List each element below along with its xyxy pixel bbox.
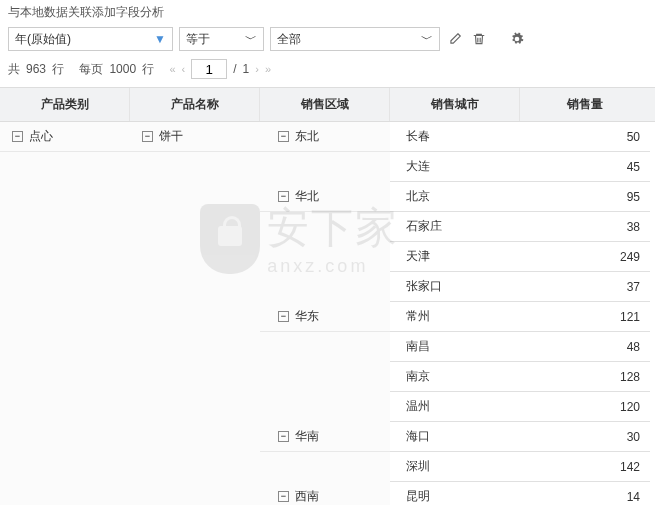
dropdown-icon: ﹀ bbox=[421, 31, 433, 48]
last-page-icon[interactable]: » bbox=[265, 63, 271, 75]
first-page-icon[interactable]: « bbox=[169, 63, 175, 75]
filter-field-value: 年(原始值) bbox=[15, 31, 71, 48]
region-blank bbox=[260, 392, 390, 422]
value-cell: 249 bbox=[520, 242, 650, 272]
value-cell: 121 bbox=[520, 302, 650, 332]
value-cell: 30 bbox=[520, 422, 650, 452]
region-label: 华南 bbox=[295, 428, 319, 445]
city-cell: 海口 bbox=[390, 422, 520, 452]
region-cell[interactable]: −华东 bbox=[260, 302, 390, 332]
page-input[interactable] bbox=[191, 59, 227, 79]
table-header: 产品类别 产品名称 销售区域 销售城市 销售量 bbox=[0, 88, 655, 122]
filter-value: 全部 bbox=[277, 31, 301, 48]
region-blank bbox=[260, 332, 390, 362]
region-cell[interactable]: −东北 bbox=[260, 122, 390, 152]
data-table: 产品类别 产品名称 销售区域 销售城市 销售量 −点心−饼干−东北−华北−华东−… bbox=[0, 87, 655, 505]
page-title: 与本地数据关联添加字段分析 bbox=[0, 0, 655, 25]
col-category: 产品类别 bbox=[0, 88, 130, 121]
city-cell: 昆明 bbox=[390, 482, 520, 505]
gear-icon[interactable] bbox=[508, 30, 526, 48]
value-cell: 45 bbox=[520, 152, 650, 182]
filter-op-select[interactable]: 等于 ﹀ bbox=[179, 27, 264, 51]
value-cell: 14 bbox=[520, 482, 650, 505]
col-product: 产品名称 bbox=[130, 88, 260, 121]
region-label: 西南 bbox=[295, 488, 319, 505]
perpage-prefix: 每页 bbox=[79, 61, 103, 78]
city-cell: 温州 bbox=[390, 392, 520, 422]
collapse-icon[interactable]: − bbox=[278, 431, 289, 442]
city-cell: 天津 bbox=[390, 242, 520, 272]
value-cell: 48 bbox=[520, 332, 650, 362]
region-cell[interactable]: −华南 bbox=[260, 422, 390, 452]
collapse-icon[interactable]: − bbox=[278, 131, 289, 142]
value-cell: 142 bbox=[520, 452, 650, 482]
product-cell[interactable]: −饼干 bbox=[130, 122, 260, 152]
collapse-icon[interactable]: − bbox=[278, 311, 289, 322]
total-suffix: 行 bbox=[52, 61, 64, 78]
value-cell: 37 bbox=[520, 272, 650, 302]
region-label: 华东 bbox=[295, 308, 319, 325]
collapse-icon[interactable]: − bbox=[278, 191, 289, 202]
region-blank bbox=[260, 212, 390, 242]
filter-op-value: 等于 bbox=[186, 31, 210, 48]
col-region: 销售区域 bbox=[260, 88, 390, 121]
collapse-icon[interactable]: − bbox=[12, 131, 23, 142]
city-cell: 常州 bbox=[390, 302, 520, 332]
city-cell: 南昌 bbox=[390, 332, 520, 362]
value-cell: 120 bbox=[520, 392, 650, 422]
pager: 共 963 行 每页 1000 行 « ‹ / 1 › » bbox=[0, 57, 655, 87]
page-sep: / bbox=[233, 62, 236, 76]
value-cell: 38 bbox=[520, 212, 650, 242]
collapse-icon[interactable]: − bbox=[142, 131, 153, 142]
region-cell[interactable]: −西南 bbox=[260, 482, 390, 505]
city-cell: 北京 bbox=[390, 182, 520, 212]
city-cell: 石家庄 bbox=[390, 212, 520, 242]
value-cell: 128 bbox=[520, 362, 650, 392]
filter-row: 年(原始值) ▼ 等于 ﹀ 全部 ﹀ bbox=[0, 25, 655, 57]
region-label: 华北 bbox=[295, 188, 319, 205]
value-cell: 95 bbox=[520, 182, 650, 212]
total-prefix: 共 bbox=[8, 61, 20, 78]
region-cell[interactable]: −华北 bbox=[260, 182, 390, 212]
total-count: 963 bbox=[26, 62, 46, 76]
edit-icon[interactable] bbox=[446, 30, 464, 48]
category-label: 点心 bbox=[29, 128, 53, 145]
city-cell: 张家口 bbox=[390, 272, 520, 302]
product-label: 饼干 bbox=[159, 128, 183, 145]
region-blank bbox=[260, 272, 390, 302]
city-cell: 南京 bbox=[390, 362, 520, 392]
delete-icon[interactable] bbox=[470, 30, 488, 48]
region-blank bbox=[260, 242, 390, 272]
region-blank bbox=[260, 362, 390, 392]
dropdown-icon: ▼ bbox=[154, 32, 166, 46]
region-label: 东北 bbox=[295, 128, 319, 145]
perpage-suffix: 行 bbox=[142, 61, 154, 78]
dropdown-icon: ﹀ bbox=[245, 31, 257, 48]
region-blank bbox=[260, 452, 390, 482]
region-blank bbox=[260, 152, 390, 182]
filter-value-select[interactable]: 全部 ﹀ bbox=[270, 27, 440, 51]
col-city: 销售城市 bbox=[390, 88, 520, 121]
filter-field-select[interactable]: 年(原始值) ▼ bbox=[8, 27, 173, 51]
prev-page-icon[interactable]: ‹ bbox=[182, 63, 186, 75]
perpage-count: 1000 bbox=[109, 62, 136, 76]
city-cell: 长春 bbox=[390, 122, 520, 152]
value-cell: 50 bbox=[520, 122, 650, 152]
city-cell: 大连 bbox=[390, 152, 520, 182]
page-total: 1 bbox=[243, 62, 250, 76]
col-value: 销售量 bbox=[520, 88, 650, 121]
category-cell[interactable]: −点心 bbox=[0, 122, 130, 152]
collapse-icon[interactable]: − bbox=[278, 491, 289, 502]
city-cell: 深圳 bbox=[390, 452, 520, 482]
next-page-icon[interactable]: › bbox=[255, 63, 259, 75]
